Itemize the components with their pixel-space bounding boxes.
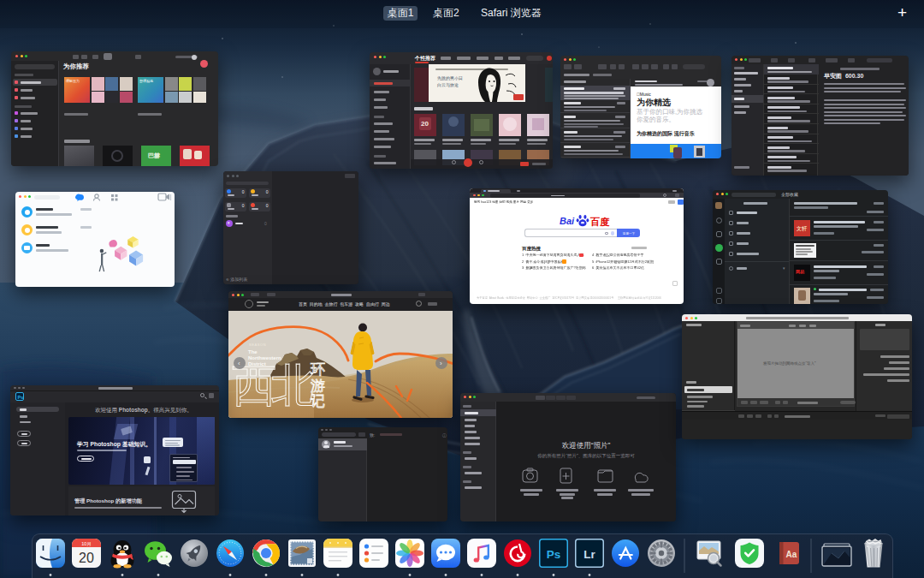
svg-text:Aa: Aa [786, 550, 797, 559]
svg-text:20: 20 [79, 551, 94, 565]
svg-text:Ps: Ps [547, 548, 561, 561]
svg-text:10月: 10月 [81, 541, 92, 547]
svg-text:Lr: Lr [583, 548, 595, 561]
